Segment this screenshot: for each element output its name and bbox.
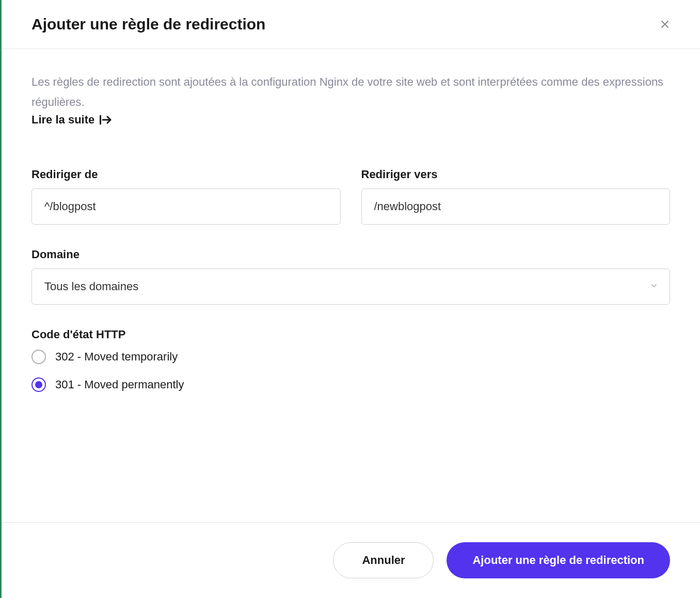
redirect-to-label: Rediriger vers xyxy=(361,168,671,181)
modal-title: Ajouter une règle de redirection xyxy=(31,15,265,33)
close-icon[interactable] xyxy=(660,19,670,29)
radio-dot-icon xyxy=(35,381,42,388)
radio-option-302[interactable]: 302 - Moved temporarily xyxy=(31,350,670,364)
redirect-to-input[interactable] xyxy=(361,188,671,225)
form-row-redirect: Rediriger de Rediriger vers xyxy=(31,168,670,225)
cancel-button[interactable]: Annuler xyxy=(333,542,434,578)
redirect-from-label: Rediriger de xyxy=(31,168,341,181)
form-group-redirect-to: Rediriger vers xyxy=(361,168,671,225)
read-more-link[interactable]: Lire la suite xyxy=(31,113,112,127)
external-link-icon xyxy=(100,115,112,125)
domain-label: Domaine xyxy=(31,248,670,261)
radio-label-302: 302 - Moved temporarily xyxy=(55,350,178,364)
domain-select-wrap: Tous les domaines xyxy=(31,269,670,305)
radio-option-301[interactable]: 301 - Moved permanently xyxy=(31,377,670,392)
http-status-label: Code d'état HTTP xyxy=(31,328,670,341)
radio-circle-icon xyxy=(31,350,46,364)
modal-footer: Annuler Ajouter une règle de redirection xyxy=(2,522,700,598)
modal: Ajouter une règle de redirection Les règ… xyxy=(2,0,700,598)
form-group-redirect-from: Rediriger de xyxy=(31,168,341,225)
add-redirect-rule-button[interactable]: Ajouter une règle de redirection xyxy=(447,542,670,578)
form-row-domain: Domaine Tous les domaines xyxy=(31,248,670,305)
radio-group: 302 - Moved temporarily 301 - Moved perm… xyxy=(31,350,670,392)
modal-body: Les règles de redirection sont ajoutées … xyxy=(2,49,700,522)
form-group-http-status: Code d'état HTTP 302 - Moved temporarily… xyxy=(31,328,670,392)
read-more-label: Lire la suite xyxy=(31,113,94,127)
domain-select[interactable]: Tous les domaines xyxy=(31,269,670,305)
modal-header: Ajouter une règle de redirection xyxy=(2,0,700,49)
form-group-domain: Domaine Tous les domaines xyxy=(31,248,670,305)
form-section: Rediriger de Rediriger vers Domaine Tous… xyxy=(31,168,670,392)
radio-label-301: 301 - Moved permanently xyxy=(55,378,184,391)
redirect-from-input[interactable] xyxy=(31,188,341,225)
description-text: Les règles de redirection sont ajoutées … xyxy=(31,72,670,112)
radio-circle-icon xyxy=(31,377,46,392)
